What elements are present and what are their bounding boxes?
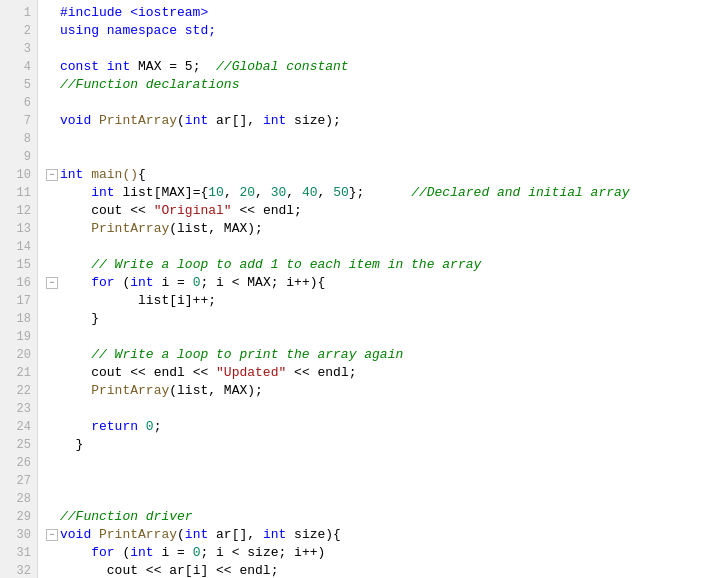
token: // Write a loop to print the array again [91,346,403,364]
indent [60,544,91,562]
token: return [91,418,146,436]
code-line: − for (int i = 0; i < MAX; i++){ [46,274,709,292]
token: ( [177,526,185,544]
token: for [91,274,122,292]
token: int [107,58,138,76]
indent [60,202,91,220]
code-line: const int MAX = 5; //Global constant [46,58,709,76]
token: PrintArray [99,112,177,130]
line-number: 16 [4,274,31,292]
token: size){ [294,526,341,544]
token: const [60,58,107,76]
token: cout [91,202,122,220]
token: //Global constant [216,58,349,76]
line-number: 5 [4,76,31,94]
code-line [46,454,709,472]
code-line [46,148,709,166]
indent [60,346,91,364]
code-line: return 0; [46,418,709,436]
code-content[interactable]: #include <iostream>using namespace std;c… [38,0,717,578]
code-line: cout << endl << "Updated" << endl; [46,364,709,382]
line-number: 12 [4,202,31,220]
token: void [60,526,99,544]
token: 0 [146,418,154,436]
token: cout [91,364,122,382]
token: int [130,274,161,292]
code-line: −int main(){ [46,166,709,184]
fold-icon[interactable]: − [46,529,58,541]
code-line [46,94,709,112]
code-line: cout << ar[i] << endl; [46,562,709,578]
line-number: 20 [4,346,31,364]
line-number: 15 [4,256,31,274]
fold-icon[interactable]: − [46,169,58,181]
code-line: PrintArray(list, MAX); [46,382,709,400]
code-line: PrintArray(list, MAX); [46,220,709,238]
code-line [46,238,709,256]
token: // Write a loop to add 1 to each item in… [91,256,481,274]
line-number: 1 [4,4,31,22]
line-number: 21 [4,364,31,382]
code-line: //Function declarations [46,76,709,94]
token: int [130,544,161,562]
code-line: int list[MAX]={10, 20, 30, 40, 50}; //De… [46,184,709,202]
token: int [185,112,216,130]
token: , [318,184,334,202]
token: int [60,166,91,184]
code-line [46,472,709,490]
token: #include <iostream> [60,4,208,22]
token: } [91,310,99,328]
token: ; i < size; i++) [201,544,326,562]
token: "Original" [154,202,232,220]
indent [60,256,91,274]
token: } [76,436,84,454]
code-line: cout << "Original" << endl; [46,202,709,220]
token: , [286,184,302,202]
fold-icon[interactable]: − [46,277,58,289]
line-number: 11 [4,184,31,202]
line-number: 31 [4,544,31,562]
line-number: 28 [4,490,31,508]
indent [60,418,91,436]
line-number: 22 [4,382,31,400]
code-line [46,40,709,58]
token: for [91,544,122,562]
line-number: 18 [4,310,31,328]
token: 30 [271,184,287,202]
token: ( [122,544,130,562]
indent [60,436,76,454]
token: using namespace std; [60,22,216,40]
token: ( [177,112,185,130]
code-line: } [46,436,709,454]
token: i = [161,544,192,562]
token: 10 [208,184,224,202]
indent [60,220,91,238]
token: //Function driver [60,508,193,526]
token: int [263,526,294,544]
token: size); [294,112,341,130]
line-number: 6 [4,94,31,112]
code-line: using namespace std; [46,22,709,40]
code-line: #include <iostream> [46,4,709,22]
token: << [122,202,153,220]
code-line: // Write a loop to add 1 to each item in… [46,256,709,274]
token: PrintArray [99,526,177,544]
code-line [46,490,709,508]
code-line: //Function driver [46,508,709,526]
token: "Updated" [216,364,286,382]
token: //Function declarations [60,76,239,94]
token: }; [349,184,365,202]
token: 40 [302,184,318,202]
token: << endl; [232,202,302,220]
line-number: 4 [4,58,31,76]
token: 0 [193,274,201,292]
code-line: void PrintArray(int ar[], int size); [46,112,709,130]
line-number: 24 [4,418,31,436]
indent [60,364,91,382]
token: MAX = 5; [138,58,216,76]
token: { [138,166,146,184]
code-line [46,400,709,418]
token: 50 [333,184,349,202]
line-number: 10 [4,166,31,184]
line-number: 19 [4,328,31,346]
